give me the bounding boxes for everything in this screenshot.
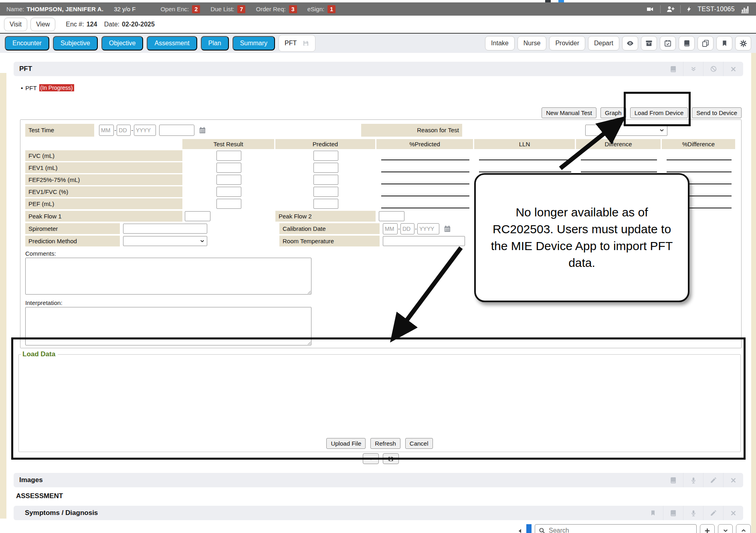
fev1-predicted-input[interactable] (313, 163, 338, 173)
tab-pft-active[interactable]: PFT (279, 35, 315, 52)
depart-button[interactable]: Depart (588, 36, 619, 50)
date-separator: - (114, 127, 116, 134)
person-add-icon[interactable] (666, 5, 675, 13)
eye-icon[interactable] (622, 36, 638, 50)
close-icon[interactable] (723, 506, 743, 520)
fev1-test-result-input[interactable] (216, 163, 241, 173)
fvc-test-result-input[interactable] (216, 151, 241, 161)
tab-plan[interactable]: Plan (201, 36, 229, 50)
due-list-badge[interactable]: 7 (237, 5, 245, 13)
prediction-method-select[interactable] (123, 236, 207, 246)
upload-file-button[interactable]: Upload File (326, 438, 366, 449)
fev1-pct-difference-value (662, 162, 736, 173)
graph-button[interactable]: Graph (600, 107, 626, 118)
chevron-down-icon[interactable] (363, 453, 379, 464)
fvc-predicted-input[interactable] (313, 151, 338, 161)
patient-age-sex: 32 y/o F (114, 6, 135, 12)
status-counts: Open Enc: 2 Due List: 7 Order Req: 3 eSi… (160, 5, 336, 13)
tab-encounter[interactable]: Encounter (5, 36, 49, 50)
peak-flow-2-input[interactable] (379, 211, 404, 221)
fvc-pct-difference-value (662, 150, 736, 161)
refresh-button[interactable]: Refresh (370, 438, 400, 449)
archive-icon[interactable] (641, 36, 657, 50)
search-input[interactable] (535, 524, 697, 533)
row-label-pef: PEF (mL) (25, 198, 182, 209)
microphone-icon[interactable] (683, 473, 703, 487)
test-time-year-input[interactable] (134, 125, 156, 136)
spirometer-input[interactable] (123, 224, 207, 234)
open-enc-badge[interactable]: 2 (192, 5, 200, 13)
calendar-icon[interactable] (198, 126, 206, 134)
calibration-day-input[interactable] (400, 223, 414, 234)
pencil-icon[interactable] (703, 473, 723, 487)
book-icon[interactable] (663, 62, 683, 76)
pef-test-result-input[interactable] (216, 199, 241, 209)
room-temperature-input[interactable] (383, 236, 465, 246)
fef-predicted-input[interactable] (313, 175, 338, 185)
copy-icon[interactable] (697, 36, 714, 50)
book-icon[interactable] (679, 36, 695, 50)
fev1-fvc-test-result-input[interactable] (216, 187, 241, 197)
interpretation-label: Interpretation: (25, 299, 736, 306)
load-from-device-button[interactable]: Load From Device (630, 107, 688, 118)
view-button[interactable]: View (30, 18, 55, 31)
gears-icon[interactable] (735, 36, 751, 50)
bookmark-icon[interactable] (643, 506, 663, 520)
ban-icon[interactable] (703, 62, 723, 76)
fvc-lln-value (474, 150, 576, 161)
test-time-day-input[interactable] (117, 125, 131, 136)
nurse-button[interactable]: Nurse (517, 36, 547, 50)
peak-flow-1-input[interactable] (185, 211, 210, 221)
double-chevron-down-icon[interactable] (683, 62, 703, 76)
esign-count[interactable]: eSign: 1 (307, 5, 336, 13)
chevron-down-icon[interactable] (718, 524, 733, 533)
fev1-fvc-predicted-input[interactable] (313, 187, 338, 197)
new-manual-test-button[interactable]: New Manual Test (542, 107, 596, 118)
calibration-month-input[interactable] (383, 223, 398, 234)
order-req-badge[interactable]: 3 (289, 5, 297, 13)
pencil-icon[interactable] (703, 506, 723, 520)
calendar-icon[interactable] (443, 225, 451, 233)
tab-objective[interactable]: Objective (101, 36, 144, 50)
calibration-year-input[interactable] (417, 223, 439, 234)
test-time-month-input[interactable] (99, 125, 114, 136)
bookmark-icon[interactable] (716, 36, 732, 50)
close-icon[interactable] (723, 62, 743, 76)
reason-for-test-select[interactable] (585, 125, 667, 136)
pft-item-label[interactable]: PFT (25, 85, 36, 91)
calendar-check-icon[interactable] (660, 36, 676, 50)
tab-assessment[interactable]: Assessment (147, 36, 197, 50)
provider-button[interactable]: Provider (549, 36, 585, 50)
book-icon[interactable] (663, 506, 683, 520)
tab-subjective[interactable]: Subjective (53, 36, 98, 50)
fef-test-result-input[interactable] (216, 175, 241, 185)
tab-summary[interactable]: Summary (232, 36, 275, 50)
microphone-icon[interactable] (683, 506, 703, 520)
visit-button[interactable]: Visit (4, 18, 27, 31)
interpretation-textarea[interactable] (25, 307, 311, 345)
order-req-count[interactable]: Order Req: 3 (256, 5, 297, 13)
video-camera-icon[interactable] (645, 6, 655, 13)
due-list-count[interactable]: Due List: 7 (210, 5, 245, 13)
cancel-button[interactable]: Cancel (405, 438, 433, 449)
intake-button[interactable]: Intake (485, 36, 515, 50)
send-to-device-button[interactable]: Send to Device (692, 107, 742, 118)
comments-textarea[interactable] (25, 258, 311, 295)
triangle-left-icon[interactable] (517, 528, 523, 533)
chevron-up-icon[interactable] (736, 524, 751, 533)
open-enc-count[interactable]: Open Enc: 2 (160, 5, 200, 13)
save-icon[interactable] (302, 40, 309, 47)
enc-number: 124 (87, 21, 97, 28)
test-time-time-input[interactable] (159, 125, 194, 136)
book-icon[interactable] (663, 473, 683, 487)
date-separator: - (415, 225, 417, 232)
esign-badge[interactable]: 1 (327, 5, 336, 13)
pef-predicted-input[interactable] (313, 199, 338, 209)
close-icon[interactable] (723, 473, 743, 487)
save-icon[interactable] (383, 453, 399, 464)
fev1-predicted-cell (275, 162, 376, 173)
lightning-icon[interactable] (686, 5, 692, 13)
encounter-info: Enc #:124 Date:02-20-2025 (66, 21, 156, 28)
plus-icon[interactable] (700, 524, 715, 533)
bar-chart-icon[interactable] (740, 5, 750, 14)
